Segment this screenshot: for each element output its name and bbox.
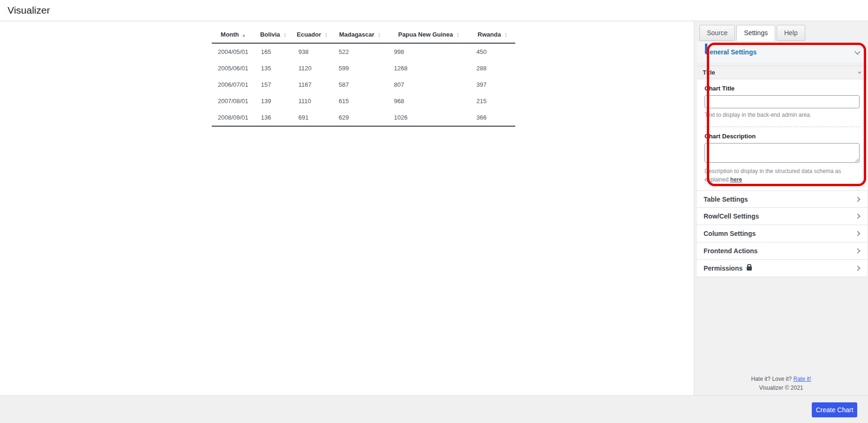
sort-icon — [377, 32, 381, 38]
chart-title-input[interactable] — [705, 95, 860, 108]
column-header-bolivia[interactable]: Bolivia — [255, 27, 292, 43]
data-table: MonthBoliviaEcuadorMadagascarPapua New G… — [212, 27, 515, 127]
table-row: 2005/06/0113511205991268288 — [212, 60, 515, 76]
table-cell: 139 — [255, 93, 292, 109]
section-permissions[interactable]: Permissions — [697, 260, 867, 277]
panel-sections: General Settings Title Chart Title Text … — [697, 42, 867, 277]
triangle-down-icon — [858, 72, 861, 74]
rate-it-link[interactable]: Rate it! — [794, 376, 811, 382]
table-cell: 2004/05/01 — [212, 43, 255, 60]
settings-panel: SourceSettingsHelp General Settings Titl… — [694, 22, 868, 395]
section-label: Permissions — [704, 264, 742, 272]
table-cell: 366 — [470, 109, 515, 126]
sort-icon — [504, 32, 508, 38]
table-cell: 1268 — [388, 60, 470, 76]
chevron-right-icon — [855, 231, 860, 236]
create-chart-button[interactable]: Create Chart — [812, 402, 857, 417]
sort-asc-icon — [242, 35, 246, 35]
general-settings-fields: Chart Title Text to display in the back-… — [697, 85, 867, 184]
sort-icon — [283, 32, 287, 38]
chevron-down-icon[interactable] — [854, 49, 861, 55]
column-header-ecuador[interactable]: Ecuador — [292, 27, 333, 43]
visualizer-screen: Visualizer MonthBoliviaEcuadorMadagascar… — [0, 0, 868, 423]
chart-description-help-text: Description to display in the structured… — [705, 168, 841, 182]
title-group-dropdown[interactable]: Title — [697, 66, 867, 79]
copyright-line: Visualizer © 2021 — [694, 384, 868, 393]
table-cell: 522 — [333, 43, 388, 60]
table-cell: 1120 — [292, 60, 333, 76]
here-link[interactable]: here — [730, 176, 742, 183]
section-table-settings[interactable]: Table Settings — [697, 190, 867, 208]
table-cell: 938 — [292, 43, 333, 60]
table-cell: 629 — [333, 109, 388, 126]
column-label: Ecuador — [297, 31, 321, 38]
section-label: Column Settings — [704, 230, 756, 237]
general-settings-header[interactable]: General Settings — [697, 42, 867, 62]
tab-help[interactable]: Help — [777, 25, 805, 41]
table-row: 2006/07/011571167587807397 — [212, 76, 515, 93]
column-header-papua-new-guinea[interactable]: Papua New Guinea — [388, 27, 470, 43]
bottom-action-bar: Create Chart — [0, 395, 868, 423]
tab-settings[interactable]: Settings — [736, 25, 775, 41]
table-cell: 1167 — [292, 76, 333, 93]
chevron-right-icon — [855, 214, 860, 219]
table-cell: 215 — [470, 93, 515, 109]
table-cell: 288 — [470, 60, 515, 76]
section-label: Row/Cell Settings — [704, 212, 759, 220]
general-settings-title: General Settings — [705, 48, 757, 56]
main-content-area: MonthBoliviaEcuadorMadagascarPapua New G… — [0, 22, 694, 395]
table-row: 2008/09/011366916291026366 — [212, 109, 515, 126]
table-cell: 2006/07/01 — [212, 76, 255, 93]
sort-icon — [324, 32, 328, 38]
general-settings-body: Title Chart Title Text to display in the… — [697, 66, 867, 190]
table-row: 2004/05/01165938522998450 — [212, 43, 515, 60]
data-table-wrapper: MonthBoliviaEcuadorMadagascarPapua New G… — [212, 27, 515, 127]
table-cell: 615 — [333, 93, 388, 109]
page-title: Visualizer — [0, 0, 868, 16]
collapsed-sections: Table SettingsRow/Cell SettingsColumn Se… — [697, 190, 867, 277]
table-row: 2007/08/011391110615968215 — [212, 93, 515, 109]
table-header-row: MonthBoliviaEcuadorMadagascarPapua New G… — [212, 27, 515, 43]
table-cell: 1026 — [388, 109, 470, 126]
dashed-divider — [705, 127, 860, 127]
table-cell: 165 — [255, 43, 292, 60]
chart-description-textarea[interactable] — [705, 143, 860, 163]
table-cell: 397 — [470, 76, 515, 93]
table-cell: 599 — [333, 60, 388, 76]
column-label: Madagascar — [339, 31, 374, 38]
column-label: Bolivia — [260, 31, 280, 38]
chevron-right-icon — [855, 266, 860, 271]
section-frontend-actions[interactable]: Frontend Actions — [697, 242, 867, 260]
chevron-right-icon — [855, 197, 860, 202]
table-cell: 1110 — [292, 93, 333, 109]
chevron-right-icon — [855, 249, 860, 254]
title-group-label: Title — [703, 69, 715, 76]
table-cell: 587 — [333, 76, 388, 93]
column-label: Rwanda — [478, 31, 501, 38]
table-cell: 807 — [388, 76, 470, 93]
column-header-rwanda[interactable]: Rwanda — [470, 27, 515, 43]
column-label: Papua New Guinea — [398, 31, 453, 38]
chart-description-label: Chart Description — [705, 133, 860, 140]
column-header-madagascar[interactable]: Madagascar — [333, 27, 388, 43]
table-cell: 968 — [388, 93, 470, 109]
table-cell: 157 — [255, 76, 292, 93]
sort-icon — [456, 32, 460, 38]
table-cell: 2008/09/01 — [212, 109, 255, 126]
section-label: Frontend Actions — [704, 247, 757, 255]
table-cell: 135 — [255, 60, 292, 76]
section-column-settings[interactable]: Column Settings — [697, 225, 867, 242]
chart-description-help: Description to display in the structured… — [705, 167, 860, 184]
chart-title-label: Chart Title — [705, 85, 860, 92]
table-cell: 2005/06/01 — [212, 60, 255, 76]
section-label: Table Settings — [704, 196, 748, 203]
top-header: Visualizer — [0, 0, 868, 21]
tab-source[interactable]: Source — [699, 25, 735, 41]
chart-title-help: Text to display in the back-end admin ar… — [705, 111, 860, 119]
table-cell: 136 — [255, 109, 292, 126]
column-header-month[interactable]: Month — [212, 27, 255, 43]
rate-line: Hate it? Love it? Rate it! — [694, 375, 868, 384]
panel-tabs: SourceSettingsHelp — [694, 22, 868, 39]
section-row-cell-settings[interactable]: Row/Cell Settings — [697, 208, 867, 225]
table-cell: 2007/08/01 — [212, 93, 255, 109]
